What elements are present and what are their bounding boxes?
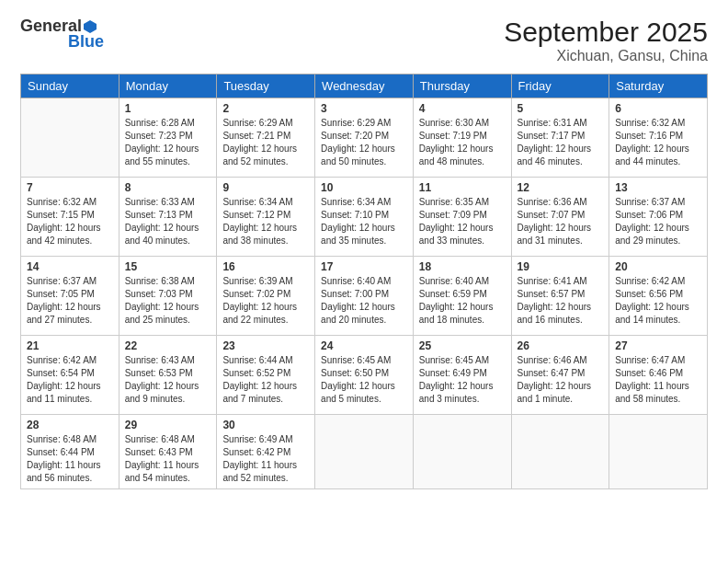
day-info: Sunrise: 6:36 AMSunset: 7:07 PMDaylight:… — [518, 196, 604, 247]
calendar-cell — [21, 98, 119, 178]
logo-blue-text: Blue — [68, 32, 104, 52]
day-info: Sunrise: 6:48 AMSunset: 6:44 PMDaylight:… — [27, 433, 113, 485]
calendar-cell: 3Sunrise: 6:29 AMSunset: 7:20 PMDaylight… — [315, 98, 414, 178]
calendar-cell: 18Sunrise: 6:40 AMSunset: 6:59 PMDayligh… — [413, 257, 511, 336]
calendar-cell: 27Sunrise: 6:47 AMSunset: 6:46 PMDayligh… — [609, 336, 708, 415]
page-subtitle: Xichuan, Gansu, China — [504, 48, 708, 64]
calendar-week-row: 14Sunrise: 6:37 AMSunset: 7:05 PMDayligh… — [21, 257, 708, 336]
weekday-header-tuesday: Tuesday — [217, 75, 315, 98]
calendar-week-row: 21Sunrise: 6:42 AMSunset: 6:54 PMDayligh… — [21, 336, 708, 415]
calendar-cell: 12Sunrise: 6:36 AMSunset: 7:07 PMDayligh… — [511, 178, 609, 257]
day-info: Sunrise: 6:48 AMSunset: 6:43 PMDaylight:… — [125, 433, 211, 485]
day-number: 22 — [125, 339, 211, 352]
calendar-cell: 29Sunrise: 6:48 AMSunset: 6:43 PMDayligh… — [119, 415, 217, 489]
day-info: Sunrise: 6:45 AMSunset: 6:49 PMDaylight:… — [419, 354, 506, 406]
header: General Blue September 2025 Xichuan, Gan… — [20, 17, 708, 64]
calendar-cell: 14Sunrise: 6:37 AMSunset: 7:05 PMDayligh… — [21, 257, 119, 336]
day-number: 24 — [321, 339, 407, 352]
day-info: Sunrise: 6:39 AMSunset: 7:02 PMDaylight:… — [222, 275, 309, 327]
calendar-cell: 15Sunrise: 6:38 AMSunset: 7:03 PMDayligh… — [119, 257, 217, 336]
calendar-cell — [511, 415, 609, 489]
calendar-cell: 4Sunrise: 6:30 AMSunset: 7:19 PMDaylight… — [413, 98, 511, 178]
day-info: Sunrise: 6:44 AMSunset: 6:52 PMDaylight:… — [222, 354, 309, 406]
logo: General Blue — [20, 17, 104, 52]
day-number: 28 — [27, 419, 113, 431]
calendar-cell: 8Sunrise: 6:33 AMSunset: 7:13 PMDaylight… — [119, 178, 217, 257]
day-number: 23 — [222, 339, 309, 352]
day-number: 3 — [321, 102, 407, 115]
day-number: 29 — [125, 419, 211, 431]
calendar-cell: 17Sunrise: 6:40 AMSunset: 7:00 PMDayligh… — [315, 257, 414, 336]
day-info: Sunrise: 6:37 AMSunset: 7:06 PMDaylight:… — [615, 196, 701, 247]
calendar-cell: 28Sunrise: 6:48 AMSunset: 6:44 PMDayligh… — [21, 415, 119, 489]
day-number: 6 — [615, 102, 701, 115]
calendar-table: SundayMondayTuesdayWednesdayThursdayFrid… — [20, 74, 708, 489]
calendar-cell: 22Sunrise: 6:43 AMSunset: 6:53 PMDayligh… — [119, 336, 217, 415]
day-info: Sunrise: 6:42 AMSunset: 6:54 PMDaylight:… — [27, 354, 113, 406]
calendar-week-row: 1Sunrise: 6:28 AMSunset: 7:23 PMDaylight… — [21, 98, 708, 178]
day-info: Sunrise: 6:32 AMSunset: 7:16 PMDaylight:… — [615, 117, 701, 168]
day-number: 17 — [321, 260, 407, 273]
day-info: Sunrise: 6:40 AMSunset: 6:59 PMDaylight:… — [419, 275, 506, 327]
day-number: 5 — [518, 102, 604, 115]
title-area: September 2025 Xichuan, Gansu, China — [504, 17, 708, 64]
day-info: Sunrise: 6:31 AMSunset: 7:17 PMDaylight:… — [518, 117, 604, 168]
calendar-cell: 25Sunrise: 6:45 AMSunset: 6:49 PMDayligh… — [413, 336, 511, 415]
day-number: 9 — [222, 181, 309, 194]
day-number: 1 — [125, 102, 211, 115]
day-number: 19 — [518, 260, 604, 273]
weekday-header-thursday: Thursday — [413, 75, 511, 98]
weekday-header-wednesday: Wednesday — [315, 75, 414, 98]
day-info: Sunrise: 6:45 AMSunset: 6:50 PMDaylight:… — [321, 354, 407, 406]
calendar-cell: 5Sunrise: 6:31 AMSunset: 7:17 PMDaylight… — [511, 98, 609, 178]
day-info: Sunrise: 6:37 AMSunset: 7:05 PMDaylight:… — [27, 275, 113, 327]
day-info: Sunrise: 6:43 AMSunset: 6:53 PMDaylight:… — [125, 354, 211, 406]
calendar-cell: 11Sunrise: 6:35 AMSunset: 7:09 PMDayligh… — [413, 178, 511, 257]
day-info: Sunrise: 6:35 AMSunset: 7:09 PMDaylight:… — [419, 196, 506, 247]
day-number: 14 — [27, 260, 113, 273]
day-number: 26 — [518, 339, 604, 352]
page-title: September 2025 — [504, 17, 708, 48]
day-info: Sunrise: 6:29 AMSunset: 7:21 PMDaylight:… — [222, 117, 309, 168]
day-number: 4 — [419, 102, 506, 115]
day-number: 27 — [615, 339, 701, 352]
day-number: 20 — [615, 260, 701, 273]
day-number: 13 — [615, 181, 701, 194]
calendar-cell: 20Sunrise: 6:42 AMSunset: 6:56 PMDayligh… — [609, 257, 708, 336]
day-number: 11 — [419, 181, 506, 194]
calendar-week-row: 7Sunrise: 6:32 AMSunset: 7:15 PMDaylight… — [21, 178, 708, 257]
day-info: Sunrise: 6:30 AMSunset: 7:19 PMDaylight:… — [419, 117, 506, 168]
calendar-cell: 30Sunrise: 6:49 AMSunset: 6:42 PMDayligh… — [217, 415, 315, 489]
calendar-cell: 26Sunrise: 6:46 AMSunset: 6:47 PMDayligh… — [511, 336, 609, 415]
calendar-header-row: SundayMondayTuesdayWednesdayThursdayFrid… — [21, 75, 708, 98]
day-number: 21 — [27, 339, 113, 352]
calendar-cell — [609, 415, 708, 489]
calendar-cell: 13Sunrise: 6:37 AMSunset: 7:06 PMDayligh… — [609, 178, 708, 257]
day-number: 15 — [125, 260, 211, 273]
day-info: Sunrise: 6:34 AMSunset: 7:12 PMDaylight:… — [222, 196, 309, 247]
day-number: 30 — [222, 419, 309, 431]
day-number: 25 — [419, 339, 506, 352]
day-number: 2 — [222, 102, 309, 115]
day-info: Sunrise: 6:41 AMSunset: 6:57 PMDaylight:… — [518, 275, 604, 327]
day-number: 8 — [125, 181, 211, 194]
day-info: Sunrise: 6:29 AMSunset: 7:20 PMDaylight:… — [321, 117, 407, 168]
calendar-cell: 1Sunrise: 6:28 AMSunset: 7:23 PMDaylight… — [119, 98, 217, 178]
calendar-cell: 16Sunrise: 6:39 AMSunset: 7:02 PMDayligh… — [217, 257, 315, 336]
calendar-cell: 10Sunrise: 6:34 AMSunset: 7:10 PMDayligh… — [315, 178, 414, 257]
day-info: Sunrise: 6:42 AMSunset: 6:56 PMDaylight:… — [615, 275, 701, 327]
weekday-header-saturday: Saturday — [609, 75, 708, 98]
svg-marker-0 — [84, 20, 97, 33]
day-info: Sunrise: 6:34 AMSunset: 7:10 PMDaylight:… — [321, 196, 407, 247]
day-number: 10 — [321, 181, 407, 194]
calendar-cell: 19Sunrise: 6:41 AMSunset: 6:57 PMDayligh… — [511, 257, 609, 336]
weekday-header-monday: Monday — [119, 75, 217, 98]
weekday-header-friday: Friday — [511, 75, 609, 98]
day-info: Sunrise: 6:32 AMSunset: 7:15 PMDaylight:… — [27, 196, 113, 247]
calendar-cell: 2Sunrise: 6:29 AMSunset: 7:21 PMDaylight… — [217, 98, 315, 178]
calendar-cell: 23Sunrise: 6:44 AMSunset: 6:52 PMDayligh… — [217, 336, 315, 415]
day-number: 18 — [419, 260, 506, 273]
day-info: Sunrise: 6:33 AMSunset: 7:13 PMDaylight:… — [125, 196, 211, 247]
calendar-cell: 24Sunrise: 6:45 AMSunset: 6:50 PMDayligh… — [315, 336, 414, 415]
day-number: 16 — [222, 260, 309, 273]
